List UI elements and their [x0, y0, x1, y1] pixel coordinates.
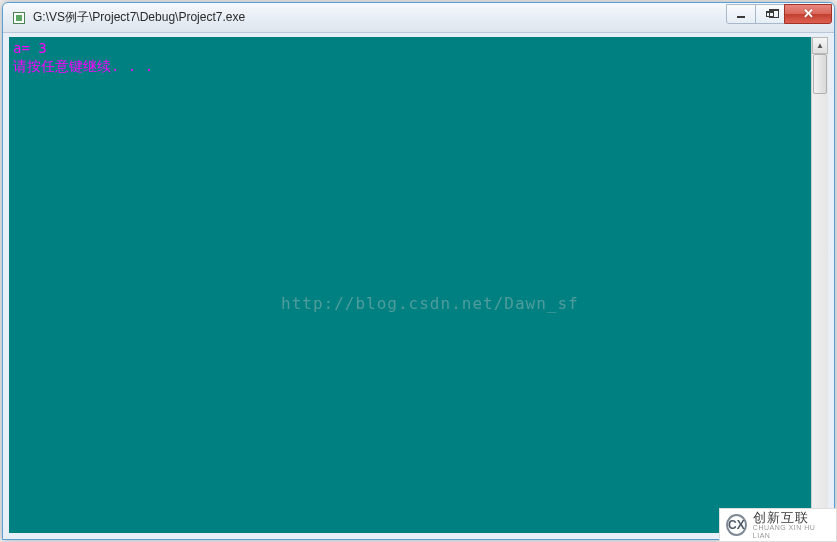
scroll-up-button[interactable]: ▲ [812, 37, 828, 54]
window-title: G:\VS例子\Project7\Debug\Project7.exe [33, 9, 727, 26]
minimize-button[interactable] [726, 4, 756, 24]
vertical-scrollbar[interactable]: ▲ ▼ [811, 37, 828, 533]
close-icon: ✕ [803, 6, 814, 21]
scrollbar-thumb[interactable] [813, 54, 827, 94]
logo-text: 创新互联 CHUANG XIN HU LIAN [753, 511, 830, 539]
logo-mark-icon: CX [726, 514, 747, 536]
console-line-2: 请按任意键继续. . . [13, 57, 807, 75]
console-line-1: a= 3 [13, 39, 807, 57]
chevron-up-icon: ▲ [816, 41, 824, 50]
app-icon [11, 10, 27, 26]
client-area: a= 3 请按任意键继续. . . http://blog.csdn.net/D… [3, 33, 834, 539]
titlebar[interactable]: G:\VS例子\Project7\Debug\Project7.exe ✕ [3, 3, 834, 33]
minimize-icon [737, 16, 745, 18]
window-controls: ✕ [727, 4, 832, 26]
logo-cn-text: 创新互联 [753, 511, 830, 525]
maximize-button[interactable] [755, 4, 785, 24]
scrollbar-track[interactable] [812, 54, 828, 516]
watermark-text: http://blog.csdn.net/Dawn_sf [281, 295, 579, 313]
app-window: G:\VS例子\Project7\Debug\Project7.exe ✕ a=… [2, 2, 835, 540]
logo-en-text: CHUANG XIN HU LIAN [753, 524, 830, 539]
console-output: a= 3 请按任意键继续. . . http://blog.csdn.net/D… [9, 37, 811, 533]
logo-badge: CX 创新互联 CHUANG XIN HU LIAN [719, 508, 837, 542]
close-button[interactable]: ✕ [784, 4, 832, 24]
maximize-restore-icon [766, 11, 774, 17]
